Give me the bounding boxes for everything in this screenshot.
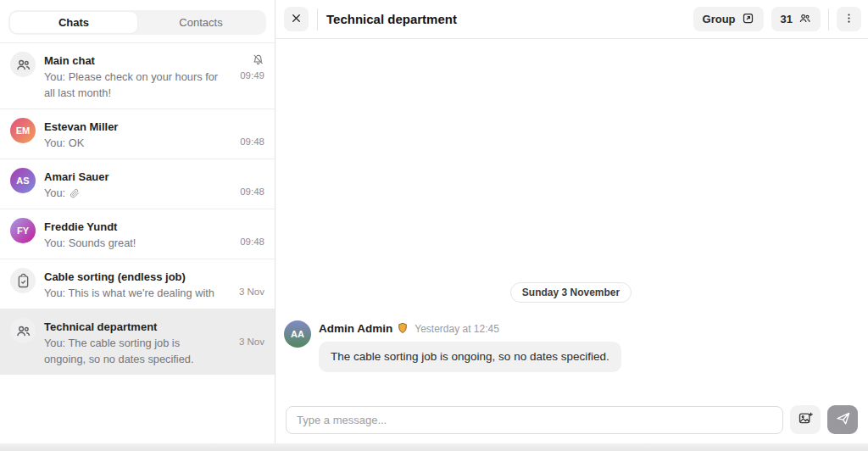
conversation-panel: Technical department Group 31 Sunday 3 N… — [275, 0, 868, 443]
group-icon — [798, 12, 811, 27]
message-input[interactable] — [286, 406, 783, 434]
chat-title: Main chat — [44, 52, 222, 69]
chat-time: 09:49 — [240, 68, 264, 84]
messages-area[interactable]: Sunday 3 November AA Admin Admin Yesterd… — [275, 39, 868, 398]
chat-avatar: AS — [10, 168, 36, 193]
image-plus-icon — [798, 410, 814, 429]
chat-time: 3 Nov — [239, 284, 264, 300]
conversation-title: Technical department — [326, 12, 685, 26]
send-button[interactable] — [827, 405, 858, 434]
attach-image-button[interactable] — [790, 405, 821, 434]
kebab-menu-icon — [843, 12, 855, 27]
conversation-header: Technical department Group 31 — [275, 0, 868, 39]
group-link-button[interactable]: Group — [693, 7, 764, 31]
send-icon — [835, 410, 851, 429]
members-count-button[interactable]: 31 — [771, 7, 821, 31]
group-button-label: Group — [703, 13, 736, 25]
shield-badge-icon — [397, 322, 409, 335]
chat-time: 09:48 — [240, 134, 264, 150]
chat-list-item[interactable]: FYFreddie YundtYou: Sounds great!09:48 — [0, 209, 275, 259]
chat-title: Freddie Yundt — [44, 218, 222, 235]
chat-preview: You: Sounds great! — [44, 235, 222, 251]
composer — [275, 398, 868, 443]
chat-preview: You: — [44, 185, 222, 201]
group-icon — [10, 52, 36, 77]
more-options-button[interactable] — [837, 7, 861, 31]
chat-list-item[interactable]: ASAmari SauerYou: 09:48 — [0, 159, 275, 209]
sidebar-tabs: Chats Contacts — [0, 0, 275, 42]
chat-preview: You: Please check on your hours for all … — [44, 69, 222, 101]
clipboard-check-icon — [10, 268, 36, 293]
external-link-icon — [742, 12, 754, 27]
chat-avatar: EM — [10, 118, 36, 143]
header-divider — [317, 8, 318, 31]
chat-time: 09:48 — [240, 234, 264, 250]
window-bottom-edge — [0, 443, 868, 451]
chat-preview: You: This is what we're dealing with — [44, 285, 222, 301]
sidebar: Chats Contacts Main chatYou: Please chec… — [0, 0, 275, 443]
date-separator: Sunday 3 November — [510, 282, 632, 303]
chat-list: Main chatYou: Please check on your hours… — [0, 42, 275, 443]
message: AA Admin Admin Yesterday at 12:45 The ca… — [284, 320, 858, 372]
chat-title: Cable sorting (endless job) — [44, 268, 222, 285]
paperclip-icon — [65, 187, 81, 199]
close-icon — [290, 12, 303, 27]
chat-app-window: Chats Contacts Main chatYou: Please chec… — [0, 0, 868, 443]
chat-avatar: FY — [10, 218, 36, 243]
chat-title: Technical department — [44, 318, 222, 335]
close-button[interactable] — [284, 7, 309, 31]
chat-time: 09:48 — [240, 184, 264, 200]
message-timestamp: Yesterday at 12:45 — [415, 323, 499, 335]
message-bubble: The cable sorting job is ongoing, so no … — [319, 342, 621, 372]
chat-list-item[interactable]: Technical departmentYou: The cable sorti… — [0, 309, 275, 375]
bell-slash-icon — [252, 52, 264, 68]
header-divider — [828, 8, 829, 31]
chat-title: Amari Sauer — [44, 168, 222, 185]
sender-avatar[interactable]: AA — [284, 320, 311, 348]
chat-time: 3 Nov — [239, 334, 264, 350]
chat-preview: You: The cable sorting job is ongoing, s… — [44, 335, 222, 367]
chat-list-item[interactable]: EMEstevan MillerYou: OK09:48 — [0, 109, 275, 159]
member-count: 31 — [781, 13, 793, 25]
chat-list-item[interactable]: Main chatYou: Please check on your hours… — [0, 42, 275, 109]
group-icon — [10, 318, 36, 343]
tab-chats[interactable]: Chats — [10, 12, 137, 33]
chat-title: Estevan Miller — [44, 118, 222, 135]
chat-preview: You: OK — [44, 135, 222, 151]
chat-list-item[interactable]: Cable sorting (endless job)You: This is … — [0, 259, 275, 309]
sender-name: Admin Admin — [319, 322, 392, 335]
tab-contacts[interactable]: Contacts — [137, 12, 264, 33]
